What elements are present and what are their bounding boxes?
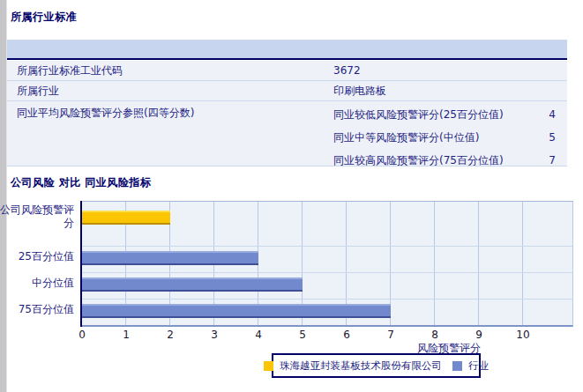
chart-x-tick: 4 [248, 329, 269, 341]
risk-comparison-bar-chart: 公司风险预警评分25百分位值中分位值75百分位值 012345678910 风险… [0, 189, 583, 392]
row-label-peer-average: 同业平均风险预警评分参照(四等分数) [17, 106, 194, 121]
chart-category-label: 公司风险预警评分 [0, 203, 74, 230]
bar-company-0 [82, 211, 170, 225]
legend-swatch-industry-icon [452, 361, 462, 371]
chart-category-label: 75百分位值 [0, 303, 74, 316]
chart-x-tick: 10 [512, 329, 534, 341]
chart-x-tick: 3 [204, 329, 225, 341]
chart-x-tick: 1 [116, 329, 137, 341]
chart-x-tick: 8 [424, 329, 445, 341]
benchmark-value: 7 [549, 152, 556, 169]
benchmark-value: 4 [549, 106, 556, 123]
chart-x-tick-labels: 012345678910 [82, 329, 583, 343]
chart-gridline-vertical [434, 202, 435, 325]
chart-category-label: 中分位值 [0, 277, 74, 290]
benchmark-label: 同业中等风险预警评分(中位值) [333, 129, 479, 146]
chart-gridline-horizontal [82, 246, 572, 247]
table-header-band [7, 40, 567, 60]
chart-plot-area [82, 201, 573, 327]
chart-category-label: 25百分位值 [0, 250, 74, 263]
benchmark-line-25th: 同业较低风险预警评分(25百分位值) 4 [333, 106, 556, 123]
row-label-industry-code: 所属行业标准工业代码 [17, 61, 123, 80]
chart-x-tick: 7 [380, 329, 401, 341]
bar-industry-2 [82, 277, 303, 292]
legend-swatch-company-icon [264, 361, 273, 371]
chart-x-tick: 9 [468, 329, 490, 341]
legend-label: 行业 [468, 359, 489, 373]
table-row: 所属行业标准工业代码 3672 [7, 61, 567, 81]
chart-legend: 珠海越亚封装基板技术股份有限公司行业 [272, 353, 481, 378]
chart-gridline-horizontal [82, 272, 572, 273]
bar-industry-3 [82, 304, 391, 318]
benchmark-label: 同业较低风险预警评分(25百分位值) [333, 106, 504, 123]
chart-x-tick: 6 [336, 329, 357, 341]
chart-x-tick: 2 [160, 329, 181, 341]
section-title-industry-standard: 所属行业标准 [11, 10, 77, 25]
benchmark-label: 同业较高风险预警评分(75百分位值) [333, 152, 504, 169]
chart-gridline-horizontal [82, 299, 572, 300]
row-value-industry-code: 3672 [333, 61, 361, 80]
bar-industry-1 [82, 251, 258, 265]
industry-risk-report-page: { "section1": { "title": "所属行业标准", "rows… [0, 0, 583, 392]
chart-x-tick: 5 [292, 329, 313, 341]
benchmark-line-median: 同业中等风险预警评分(中位值) 5 [333, 129, 556, 146]
chart-gridline-vertical [522, 202, 523, 325]
chart-x-tick: 0 [71, 329, 93, 341]
row-value-industry: 印刷电路板 [333, 81, 386, 100]
table-row: 所属行业 印刷电路板 [7, 81, 567, 101]
section-title-risk-comparison: 公司风险 对比 同业风险指标 [11, 175, 151, 190]
benchmark-line-75th: 同业较高风险预警评分(75百分位值) 7 [333, 152, 556, 169]
benchmark-value: 5 [549, 129, 556, 146]
table-row-peer-benchmark: 同业平均风险预警评分参照(四等分数) 同业较低风险预警评分(25百分位值) 4 … [7, 101, 567, 166]
chart-gridline-vertical [478, 202, 479, 325]
legend-label: 珠海越亚封装基板技术股份有限公司 [280, 359, 442, 373]
row-label-industry: 所属行业 [17, 81, 59, 100]
